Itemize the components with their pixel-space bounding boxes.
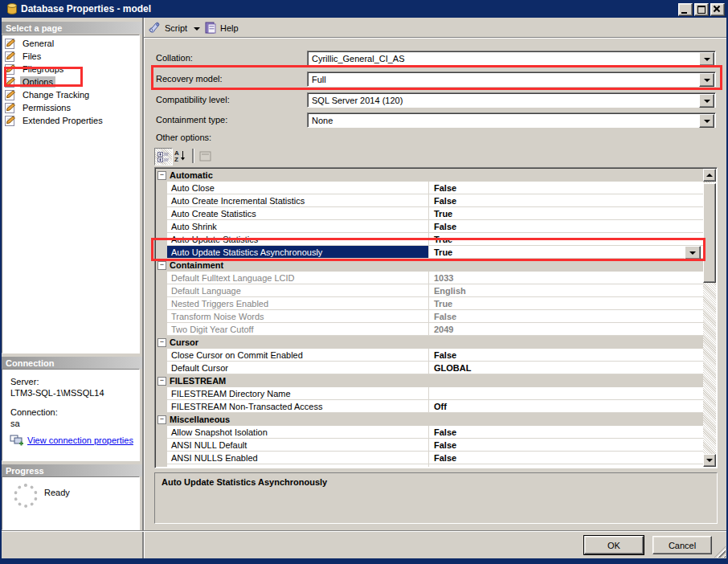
sidebar-item-filegroups[interactable]: Filegroups	[4, 63, 139, 76]
page-icon	[4, 115, 17, 127]
combo-recovery-model[interactable]: Full	[307, 72, 716, 87]
property-value[interactable]: False	[428, 464, 703, 467]
collapse-icon[interactable]: −	[157, 377, 166, 386]
grid-row-allow-snapshot-isolation[interactable]: Allow Snapshot IsolationFalse	[167, 426, 703, 439]
chevron-down-icon	[704, 100, 710, 103]
property-value[interactable]: False	[428, 439, 703, 451]
grid-category-cursor[interactable]: −Cursor	[156, 336, 703, 349]
property-value[interactable]: False	[428, 452, 703, 464]
combo-dropdown-button[interactable]	[699, 94, 714, 108]
property-value[interactable]: False	[428, 310, 703, 322]
footer-separator	[2, 530, 726, 532]
property-value[interactable]: Off	[428, 400, 703, 412]
combo-dropdown-button[interactable]	[699, 52, 714, 66]
grid-scrollbar[interactable]	[703, 169, 716, 467]
combo-containment-type[interactable]: None	[307, 112, 716, 128]
script-dropdown-icon[interactable]	[194, 27, 200, 31]
grid-row-close-cursor-on-commit-enabled[interactable]: Close Cursor on Commit EnabledFalse	[167, 349, 703, 362]
categorized-icon	[157, 151, 170, 163]
field-label-collation: Collation:	[156, 53, 301, 63]
property-name: Nested Triggers Enabled	[167, 297, 428, 309]
grid-row-default-language[interactable]: Default LanguageEnglish	[167, 284, 703, 297]
page-icon	[4, 63, 17, 76]
window-title: Database Properties - model	[21, 3, 151, 14]
maximize-button[interactable]	[694, 3, 709, 16]
collapse-icon[interactable]: −	[157, 338, 166, 347]
property-value[interactable]: False	[428, 194, 703, 206]
grid-row-auto-update-statistics-asynchronously[interactable]: Auto Update Statistics AsynchronouslyTru…	[167, 246, 703, 259]
property-name: FILESTREAM Directory Name	[167, 387, 428, 399]
sidebar-item-extended-properties[interactable]: Extended Properties	[4, 114, 139, 127]
grid-row-default-cursor[interactable]: Default CursorGLOBAL	[167, 362, 703, 374]
property-value[interactable]: True	[428, 246, 703, 258]
property-value[interactable]: True	[428, 233, 703, 245]
grid-category-automatic[interactable]: −Automatic	[156, 169, 703, 182]
property-value[interactable]	[428, 387, 703, 399]
grid-row-auto-create-incremental-statistics[interactable]: Auto Create Incremental StatisticsFalse	[167, 194, 703, 207]
property-value[interactable]: False	[428, 426, 703, 438]
grid-category-miscellaneous[interactable]: −Miscellaneous	[156, 413, 703, 426]
ok-button[interactable]: OK	[584, 536, 644, 554]
grid-category-containment[interactable]: −Containment	[156, 259, 703, 272]
scrollbar-thumb[interactable]	[703, 183, 716, 283]
combo-dropdown-button[interactable]	[699, 73, 714, 87]
grid-row-nested-triggers-enabled[interactable]: Nested Triggers EnabledTrue	[167, 297, 703, 310]
grid-row-ansi-padding-enabled[interactable]: ANSI Padding EnabledFalse	[167, 464, 703, 467]
sidebar-item-change-tracking[interactable]: Change Tracking	[4, 88, 139, 101]
property-pages-icon	[199, 151, 211, 161]
server-label: Server:	[10, 377, 39, 386]
combo-collation[interactable]: Cyrillic_General_CI_AS	[307, 51, 716, 66]
property-value[interactable]: False	[428, 182, 703, 194]
grid-row-auto-create-statistics[interactable]: Auto Create StatisticsTrue	[167, 207, 703, 220]
grid-row-auto-close[interactable]: Auto CloseFalse	[167, 182, 703, 194]
grid-row-ansi-null-default[interactable]: ANSI NULL DefaultFalse	[167, 439, 703, 452]
grid-row-auto-update-statistics[interactable]: Auto Update StatisticsTrue	[167, 233, 703, 246]
grid-row-two-digit-year-cutoff[interactable]: Two Digit Year Cutoff2049	[167, 323, 703, 336]
property-value[interactable]: GLOBAL	[428, 362, 703, 374]
progress-status: Ready	[44, 488, 70, 497]
alphabetical-sort-button[interactable]: A Z	[172, 148, 189, 164]
page-icon	[4, 102, 17, 114]
sidebar-item-options[interactable]: Options	[4, 76, 139, 88]
collapse-icon[interactable]: −	[157, 415, 166, 424]
combo-compatibility-level[interactable]: SQL Server 2014 (120)	[307, 92, 716, 108]
page-icon	[4, 89, 17, 101]
property-value[interactable]: 2049	[428, 323, 703, 335]
options-grid: −AutomaticAuto CloseFalseAuto Create Inc…	[154, 167, 718, 468]
property-value[interactable]: True	[428, 297, 703, 309]
categorized-button[interactable]	[154, 148, 173, 166]
options-grid-rows: −AutomaticAuto CloseFalseAuto Create Inc…	[156, 169, 703, 467]
panel-divider	[142, 18, 145, 558]
grid-category-filestream[interactable]: −FILESTREAM	[156, 374, 703, 387]
grid-row-default-fulltext-language-lcid[interactable]: Default Fulltext Language LCID1033	[167, 272, 703, 284]
value-dropdown-button[interactable]	[685, 246, 701, 260]
property-value[interactable]: False	[428, 220, 703, 232]
property-value[interactable]: True	[428, 207, 703, 219]
cancel-button[interactable]: Cancel	[652, 536, 712, 554]
minimize-button[interactable]	[678, 3, 693, 16]
sidebar-item-general[interactable]: General	[4, 37, 139, 50]
property-pages-button	[197, 148, 214, 164]
combo-value: Cyrillic_General_CI_AS	[312, 54, 405, 63]
sidebar-item-files[interactable]: Files	[4, 50, 139, 63]
property-value[interactable]: English	[428, 284, 703, 296]
property-value[interactable]: 1033	[428, 272, 703, 284]
scroll-down-button[interactable]	[703, 454, 716, 467]
combo-dropdown-button[interactable]	[699, 114, 714, 128]
view-connection-properties-link[interactable]: View connection properties	[27, 435, 133, 445]
property-value[interactable]: False	[428, 349, 703, 361]
help-button[interactable]: Help	[220, 23, 239, 33]
collapse-icon[interactable]: −	[157, 261, 166, 270]
grid-row-auto-shrink[interactable]: Auto ShrinkFalse	[167, 220, 703, 233]
grid-row-filestream-non-transacted-access[interactable]: FILESTREAM Non-Transacted AccessOff	[167, 400, 703, 413]
script-button[interactable]: Script	[165, 23, 187, 33]
grid-row-filestream-directory-name[interactable]: FILESTREAM Directory Name	[167, 387, 703, 400]
scroll-up-button[interactable]	[703, 169, 716, 182]
property-name: Default Language	[167, 284, 428, 296]
page-list-panel: GeneralFilesFilegroupsOptionsChange Trac…	[2, 35, 140, 354]
sidebar-item-permissions[interactable]: Permissions	[4, 101, 139, 114]
grid-row-transform-noise-words[interactable]: Transform Noise WordsFalse	[167, 310, 703, 323]
collapse-icon[interactable]: −	[157, 171, 166, 180]
close-button[interactable]	[710, 3, 725, 16]
grid-row-ansi-nulls-enabled[interactable]: ANSI NULLS EnabledFalse	[167, 452, 703, 464]
